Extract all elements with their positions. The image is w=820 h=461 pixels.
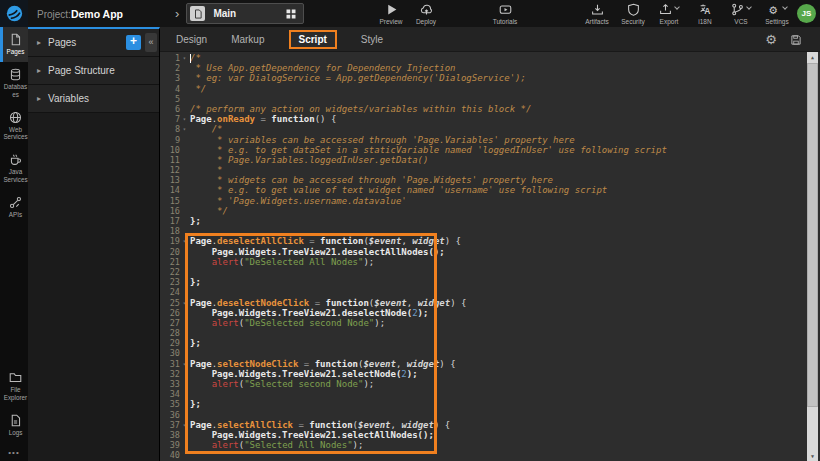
panel-section-pages[interactable]: ▸Pages+« [28,29,159,57]
code-line[interactable]: 26 Page.Widgets.TreeView21.deselectNode(… [160,308,820,318]
code-line[interactable]: 32 Page.Widgets.TreeView21.selectNode(2)… [160,369,820,379]
scrollbar-up-arrow-icon[interactable]: ▲ [807,52,818,62]
code-line[interactable]: 5 [160,94,820,104]
user-avatar[interactable]: JS [797,4,816,23]
code-line[interactable]: 39 alert("Selected All Nodes"); [160,440,820,450]
sidebar-item-pages[interactable]: Pages [0,27,28,62]
code-text: alert("Selected All Nodes"); [189,440,363,450]
page-tab-main[interactable]: Main [186,3,304,24]
panel-section-page-structure[interactable]: ▸Page Structure [28,57,159,85]
code-line[interactable]: 37▾Page.selectAllClick = function($event… [160,420,820,430]
code-line[interactable]: 33 alert("Selected second Node"); [160,379,820,389]
code-line[interactable]: 9 * variables can be accessed through 'P… [160,135,820,145]
sidebar-item-java-services[interactable]: Java Services [0,147,28,190]
line-number: 27 [160,318,180,328]
fold-arrow-icon[interactable]: ▾ [180,236,189,246]
code-line[interactable]: 15 * 'Page.Widgets.username.datavalue' [160,196,820,206]
code-line[interactable]: 25▾Page.deselectNodeClick = function($ev… [160,298,820,308]
code-line[interactable]: 24 [160,287,820,297]
artifacts-button[interactable]: Artifacts [584,3,610,25]
preview-button[interactable]: Preview [378,3,404,25]
code-line[interactable]: 12 * [160,165,820,175]
code-line[interactable]: 18 [160,226,820,236]
fold-arrow-icon[interactable]: ▾ [180,420,189,430]
deploy-button[interactable]: Deploy [413,3,439,25]
line-number: 38 [160,430,180,440]
add-page-button[interactable]: + [126,35,141,50]
code-line[interactable]: 38 Page.Widgets.TreeView21.selectAllNode… [160,430,820,440]
code-line[interactable]: 13 * widgets can be accessed through 'Pa… [160,175,820,185]
breadcrumb-chevron-icon[interactable]: › [175,7,179,20]
code-line[interactable]: 1▾/* [160,53,820,63]
editor-scrollbar[interactable]: ▲ ▼ [807,52,818,461]
code-text: }; [189,338,201,348]
tab-markup[interactable]: Markup [231,34,264,45]
sidebar-item-file-explorer[interactable]: File Explorer [0,365,28,408]
scrollbar-thumb[interactable] [807,63,818,407]
fold-gutter [180,369,189,379]
fold-arrow-icon[interactable]: ▾ [180,53,189,63]
code-line[interactable]: 34 [160,389,820,399]
code-line[interactable]: 31▾Page.selectNodeClick = function($even… [160,359,820,369]
page-settings-gear-icon[interactable]: ⚙ [765,33,777,46]
chevron-down-icon [746,4,752,10]
code-line[interactable]: 21 alert("DeSelected All Nodes"); [160,257,820,267]
script-code-editor[interactable]: 1▾/*2 * Use App.getDependency for Depend… [160,52,820,461]
tab-style[interactable]: Style [361,34,383,45]
security-button[interactable]: Security [620,3,646,25]
fold-gutter [180,318,189,328]
i18n-button[interactable]: Ai18N [692,3,718,25]
code-line[interactable]: 3 * eg: var DialogService = App.getDepen… [160,73,820,83]
sidebar-item-logs[interactable]: Logs [0,408,28,443]
play-icon [385,3,398,16]
code-line[interactable]: 7▾Page.onReady = function() { [160,114,820,124]
code-line[interactable]: 17}; [160,216,820,226]
plug-icon [9,196,22,209]
sidebar-more-button[interactable]: ••• [0,443,28,461]
fold-arrow-icon[interactable]: ▾ [180,124,189,134]
line-number: 11 [160,155,180,165]
coffee-icon [9,153,22,166]
code-line[interactable]: 4 */ [160,84,820,94]
collapse-panel-button[interactable]: « [145,33,157,52]
code-line[interactable]: 27 alert("DeSelected second Node"); [160,318,820,328]
code-line[interactable]: 20 Page.Widgets.TreeView21.deselectAllNo… [160,247,820,257]
widgets-grid-icon[interactable] [285,8,297,20]
code-line[interactable]: 36 [160,410,820,420]
code-line[interactable]: 16 */ [160,206,820,216]
sidebar-item-apis[interactable]: APIs [0,190,28,225]
code-line[interactable]: 30 [160,348,820,358]
sidebar-item-databases[interactable]: Databases [0,62,28,105]
fold-arrow-icon[interactable]: ▾ [180,359,189,369]
code-line[interactable]: 6/* perform any action on widgets/variab… [160,104,820,114]
vcs-button[interactable]: VCS [728,3,754,25]
project-title: Project:Demo App [37,8,123,20]
code-line[interactable]: 10 * e.g. to get dataSet in a staticVari… [160,145,820,155]
code-line[interactable]: 11 * Page.Variables.loggedInUser.getData… [160,155,820,165]
code-line[interactable]: 2 * Use App.getDependency for Dependency… [160,63,820,73]
sidebar-item-web-services[interactable]: Web Services [0,105,28,148]
fold-arrow-icon[interactable]: ▾ [180,114,189,124]
fold-gutter [180,155,189,165]
code-line[interactable]: 35}; [160,399,820,409]
tutorials-button[interactable]: Tutorials [492,3,518,25]
panel-section-variables[interactable]: ▸Variables [28,85,159,113]
code-line[interactable]: 19▾Page.deselectAllClick = function($eve… [160,236,820,246]
code-line[interactable]: 29}; [160,338,820,348]
wavemaker-logo[interactable] [0,0,28,27]
code-text: * e.g. to get value of text widget named… [189,185,607,195]
code-line[interactable]: 28 [160,328,820,338]
code-line[interactable]: 14 * e.g. to get value of text widget na… [160,185,820,195]
settings-button[interactable]: ⚙Settings [764,3,790,25]
code-line[interactable]: 40 [160,450,820,460]
code-line[interactable]: 23}; [160,277,820,287]
code-line[interactable]: 8▾ /* [160,124,820,134]
code-line[interactable]: 22 [160,267,820,277]
export-button[interactable]: Export [656,3,682,25]
tab-design[interactable]: Design [176,34,207,45]
fold-arrow-icon[interactable]: ▾ [180,298,189,308]
scrollbar-down-arrow-icon[interactable]: ▼ [807,451,818,461]
save-icon[interactable] [790,34,802,46]
tab-script[interactable]: Script [289,30,337,49]
fold-gutter [180,104,189,114]
